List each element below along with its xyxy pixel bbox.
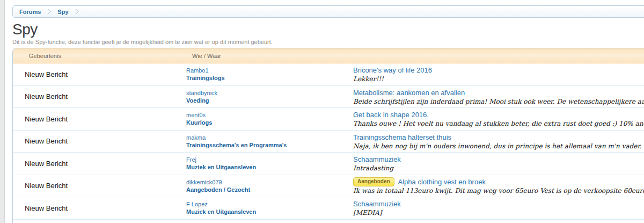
thread-title-link[interactable]: Get back in shape 2016. — [353, 110, 429, 119]
post-snippet: [MEDIA] — [353, 209, 644, 217]
breadcrumb: Forums Spy — [12, 5, 644, 18]
post-snippet: Ik was in totaal 113euro kwijt. Dit mag … — [353, 187, 644, 195]
user-link[interactable]: dikkemick079 — [186, 178, 353, 186]
table-row: Nieuw Bericht standbynick Voeding Metabo… — [13, 86, 644, 109]
event-type-label: Nieuw Bericht — [13, 175, 186, 197]
page-content: Forums Spy Spy Dit is de Spy-functie, de… — [4, 0, 644, 223]
table-row: Nieuw Bericht makma Trainingsschema's en… — [13, 131, 644, 153]
spy-table: Gebeurtenis Wie / Waar Nieuw Bericht Ram… — [12, 48, 644, 223]
chevron-right-icon — [46, 9, 51, 15]
table-row: Nieuw Bericht dikkemick079 Aangeboden / … — [13, 175, 644, 198]
user-link[interactable]: makma — [186, 134, 353, 141]
event-type-label: Nieuw Bericht — [13, 86, 186, 108]
table-row: Centraal prive drugs topic — [13, 220, 644, 223]
event-type-label: Nieuw Bericht — [13, 63, 186, 85]
thread-title-link[interactable]: Schaammuziek — [353, 199, 401, 208]
forum-link[interactable]: Aangeboden / Gezocht — [186, 186, 353, 193]
forum-link[interactable]: Kuurlogs — [186, 119, 353, 126]
table-row: Nieuw Bericht Frej Muziek en Uitgaanslev… — [13, 153, 644, 175]
event-type-label: Nieuw Bericht — [13, 197, 186, 219]
breadcrumb-spy-link[interactable]: Spy — [57, 9, 68, 15]
breadcrumb-forums-link[interactable]: Forums — [19, 9, 41, 15]
post-snippet: Lekker!!! — [353, 75, 644, 83]
thread-title-link[interactable]: Trainingsschema halterset thuis — [353, 133, 451, 142]
forum-link[interactable]: Trainingslogs — [186, 74, 353, 82]
table-row: Nieuw Bericht F Lopez Muziek en Uitgaans… — [13, 197, 644, 220]
post-snippet: Thanks ouwe ! Het voelt nu vandaag al st… — [353, 120, 644, 128]
prefix-badge: Aangeboden — [353, 177, 394, 186]
user-link[interactable]: F Lopez — [186, 200, 353, 208]
user-link[interactable]: ment0s — [186, 111, 353, 119]
event-type-label: Nieuw Bericht — [13, 131, 186, 153]
column-header-who-where: Wie / Waar — [186, 53, 353, 59]
forum-link[interactable]: Muziek en Uitgaansleven — [186, 208, 353, 215]
user-link[interactable]: standbynick — [186, 89, 353, 97]
thread-title-link[interactable]: Bricone's way of life 2016 — [353, 66, 432, 75]
chevron-right-icon — [73, 9, 78, 15]
table-row: Nieuw Bericht ment0s Kuurlogs Get back i… — [13, 108, 644, 131]
page-title: Spy — [12, 21, 644, 38]
table-body: Nieuw Bericht Rambo1 Trainingslogs Brico… — [13, 63, 644, 223]
event-type-label: Nieuw Bericht — [13, 108, 186, 130]
forum-link[interactable]: Muziek en Uitgaansleven — [186, 163, 353, 171]
thread-title-link[interactable]: Schaammuziek — [353, 155, 401, 164]
forum-link[interactable]: Voeding — [186, 97, 353, 104]
table-row: Nieuw Bericht Rambo1 Trainingslogs Brico… — [13, 63, 644, 86]
post-snippet: Intradasting — [353, 164, 644, 172]
event-type-label: Nieuw Bericht — [13, 153, 186, 175]
column-header-event: Gebeurtenis — [13, 53, 186, 59]
user-link[interactable]: Frej — [186, 156, 353, 163]
event-type-label — [13, 220, 186, 223]
thread-title-link[interactable]: Metabolisme: aankomen en afvallen — [353, 88, 465, 97]
post-snippet: Beide schrijfstijlen zijn inderdaad prim… — [353, 98, 644, 106]
forum-link[interactable]: Trainingsschema's en Programma's — [186, 141, 353, 149]
thread-title-link[interactable]: Alpha clothing vest en broek — [398, 177, 486, 186]
post-snippet: Naja, ik ben nog bij m'n ouders inwonend… — [353, 142, 644, 150]
user-link[interactable]: Rambo1 — [186, 67, 353, 74]
page-description: Dit is de Spy-functie, deze functie geef… — [12, 39, 644, 46]
table-header: Gebeurtenis Wie / Waar — [13, 48, 644, 63]
